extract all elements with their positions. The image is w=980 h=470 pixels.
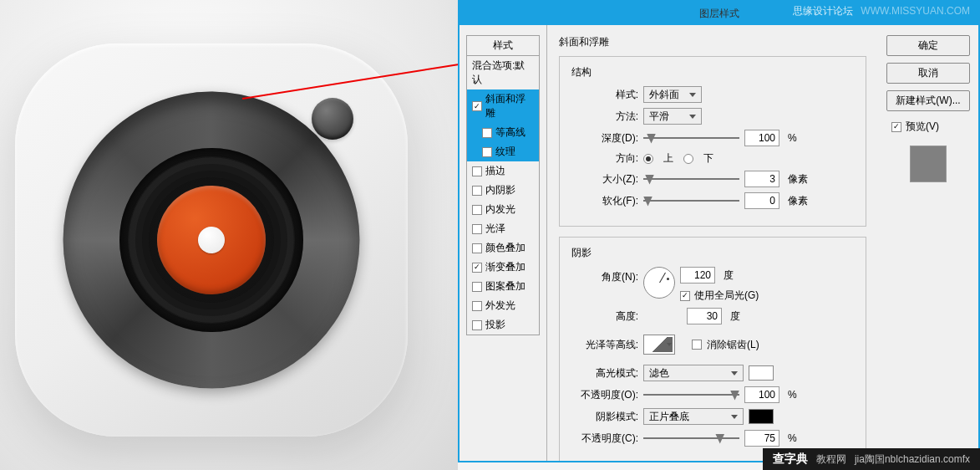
style-blend-defaults[interactable]: 混合选项:默认 [467, 56, 539, 89]
slider-shadow-opacity[interactable] [643, 432, 739, 445]
label-altitude: 高度: [571, 309, 638, 324]
style-satin[interactable]: 光泽 [467, 219, 539, 238]
input-depth[interactable]: 100 [744, 130, 779, 146]
checkbox-icon[interactable] [472, 301, 482, 311]
ok-button[interactable]: 确定 [886, 35, 970, 56]
input-highlight-opacity[interactable]: 100 [744, 386, 779, 403]
record-player-icon [15, 43, 408, 437]
new-style-button[interactable]: 新建样式(W)... [886, 90, 970, 111]
input-shadow-opacity[interactable]: 75 [744, 430, 779, 447]
watermark-top: 思缘设计论坛 WWW.MISSYUAN.COM [793, 4, 970, 18]
checkbox-icon[interactable] [472, 320, 482, 330]
label-technique: 方法: [571, 110, 638, 124]
section-title: 斜面和浮雕 [559, 35, 866, 49]
highlight-color-swatch[interactable] [749, 365, 774, 381]
shading-fieldset: 阴影 角度(N): 120 度 使用全局光(G) [559, 237, 866, 461]
slider-highlight-opacity[interactable] [643, 389, 739, 401]
style-texture[interactable]: 纹理 [467, 142, 539, 161]
select-highlight-mode[interactable]: 滤色 [643, 365, 744, 381]
slider-size[interactable] [643, 173, 739, 186]
right-panel: 确定 取消 新建样式(W)... 预览(V) [878, 25, 978, 461]
angle-dial[interactable] [643, 267, 675, 299]
label-shadow-mode: 阴影模式: [571, 410, 638, 424]
style-drop-shadow[interactable]: 投影 [467, 315, 539, 335]
style-contour[interactable]: 等高线 [467, 123, 539, 142]
label-depth: 深度(D): [571, 131, 638, 146]
label-shadow-opacity: 不透明度(C): [571, 432, 638, 446]
preview-swatch [910, 146, 947, 182]
checkbox-icon[interactable] [472, 166, 482, 176]
checkbox-icon[interactable] [472, 263, 482, 273]
label-style: 样式: [571, 88, 638, 102]
style-outer-glow[interactable]: 外发光 [467, 296, 539, 315]
gloss-contour-picker[interactable] [643, 335, 675, 355]
slider-depth[interactable] [643, 132, 739, 145]
watermark-bottom: 查字典 教程网 jia陶国nblchazidian.comfx [763, 448, 980, 470]
style-stroke[interactable]: 描边 [467, 161, 539, 181]
style-color-overlay[interactable]: 颜色叠加 [467, 238, 539, 258]
shadow-color-swatch[interactable] [749, 409, 774, 424]
label-direction: 方向: [571, 151, 638, 166]
checkbox-icon[interactable] [482, 128, 492, 138]
disc-center-hole [198, 227, 225, 253]
style-pattern-overlay[interactable]: 图案叠加 [467, 277, 539, 296]
checkbox-icon[interactable] [472, 205, 482, 215]
styles-header[interactable]: 样式 [466, 35, 540, 56]
checkbox-icon[interactable] [472, 101, 482, 111]
checkbox-icon[interactable] [472, 282, 482, 292]
dialog-titlebar[interactable]: 图层样式 思缘设计论坛 WWW.MISSYUAN.COM [460, 2, 978, 25]
slider-soften[interactable] [643, 195, 739, 207]
style-bevel-emboss[interactable]: 斜面和浮雕 [467, 89, 539, 123]
canvas-area [0, 0, 458, 470]
checkbox-antialias[interactable] [692, 340, 702, 350]
select-technique[interactable]: 平滑 [643, 108, 702, 125]
structure-title: 结构 [571, 65, 854, 79]
checkbox-global-light[interactable] [680, 291, 690, 301]
select-style[interactable]: 外斜面 [643, 86, 702, 103]
label-gloss-contour: 光泽等高线: [571, 338, 638, 352]
label-highlight-mode: 高光模式: [571, 366, 638, 381]
label-highlight-opacity: 不透明度(O): [571, 388, 638, 402]
structure-fieldset: 结构 样式: 外斜面 方法: 平滑 深度(D): 100 % 方向: [559, 56, 866, 227]
label-size: 大小(Z): [571, 172, 638, 186]
checkbox-icon[interactable] [482, 147, 492, 157]
radio-down[interactable] [683, 154, 693, 164]
settings-panel: 斜面和浮雕 结构 样式: 外斜面 方法: 平滑 深度(D): 100 % [547, 25, 878, 461]
styles-panel: 样式 混合选项:默认 斜面和浮雕 等高线 纹理 描边 内阴影 内发光 光泽 颜色… [460, 25, 547, 461]
checkbox-icon[interactable] [472, 224, 482, 234]
select-shadow-mode[interactable]: 正片叠底 [643, 408, 744, 425]
label-soften: 软化(F): [571, 194, 638, 208]
style-inner-glow[interactable]: 内发光 [467, 200, 539, 219]
input-soften[interactable]: 0 [744, 192, 779, 209]
layer-style-dialog: 图层样式 思缘设计论坛 WWW.MISSYUAN.COM 样式 混合选项:默认 … [458, 0, 980, 462]
record-knob [312, 98, 353, 140]
shading-title: 阴影 [571, 246, 854, 260]
checkbox-icon[interactable] [472, 243, 482, 253]
input-size[interactable]: 3 [744, 171, 779, 187]
label-angle: 角度(N): [571, 270, 638, 284]
style-gradient-overlay[interactable]: 渐变叠加 [467, 258, 539, 277]
input-angle[interactable]: 120 [680, 267, 715, 284]
style-inner-shadow[interactable]: 内阴影 [467, 181, 539, 200]
input-altitude[interactable]: 30 [687, 308, 722, 324]
cancel-button[interactable]: 取消 [886, 63, 970, 84]
radio-up[interactable] [643, 154, 653, 164]
checkbox-preview[interactable] [891, 122, 901, 132]
checkbox-icon[interactable] [472, 186, 482, 196]
